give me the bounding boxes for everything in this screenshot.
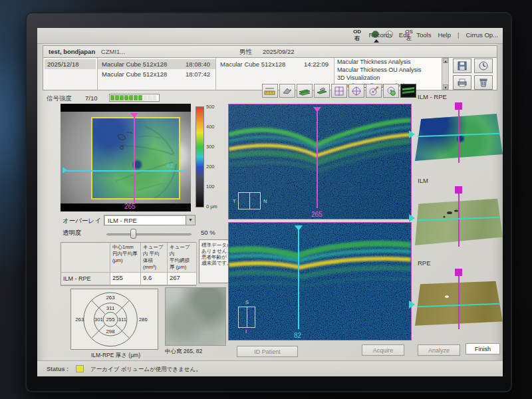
- acquire-button[interactable]: Acquire: [362, 344, 404, 356]
- analyze-button[interactable]: Analyze: [418, 344, 460, 356]
- etdrs-outer-left: 263: [75, 317, 84, 323]
- orientation-center-line: [249, 193, 250, 209]
- bscan-vertical-slice-value: 82: [294, 332, 301, 339]
- fundus-vertical-cursor[interactable]: [134, 113, 135, 203]
- print-button[interactable]: [453, 75, 471, 90]
- target-ring-tool-button[interactable]: [383, 84, 399, 98]
- slab-layers-icon: [299, 86, 311, 96]
- history-button[interactable]: [474, 59, 493, 73]
- analysis-item-3d-visualization[interactable]: 3D Visualization: [334, 74, 448, 82]
- map-cursor-handle[interactable]: [455, 186, 462, 194]
- eye-selector-od[interactable]: OD 右: [350, 29, 364, 43]
- patient-bar: test, bondjapan CZMI1... 男性 2025/09/22: [43, 45, 497, 57]
- target-arrow-tool-button[interactable]: [366, 84, 382, 98]
- etdrs-inner-bottom: 298: [106, 329, 116, 334]
- slab-layers-tool-button[interactable]: [297, 84, 313, 98]
- slab-extract-tool-button[interactable]: [314, 84, 330, 98]
- status-warning-indicator: [76, 365, 84, 372]
- fundus-vertical-slice-value: 265: [124, 203, 136, 210]
- exam-name: Macular Cube 512x128: [102, 70, 167, 78]
- opacity-label: 透明度: [63, 229, 82, 237]
- save-button[interactable]: [453, 59, 471, 73]
- bscan-cursor-line[interactable]: [317, 108, 318, 208]
- exam-name: Macular Cube 512x128: [220, 61, 285, 68]
- analysis-scrollbar[interactable]: ▲ ▼: [442, 58, 448, 90]
- exam-date[interactable]: 2025/12/18: [45, 59, 96, 69]
- trash-icon: [478, 77, 489, 88]
- etdrs-inner-left: 301: [94, 317, 103, 323]
- analysis-item-macular-thickness[interactable]: Macular Thickness Analysis: [334, 58, 448, 66]
- map-left-arrow-icon[interactable]: [409, 130, 415, 138]
- grid-crosshair-tool-button[interactable]: [331, 84, 347, 98]
- exam-item-selected[interactable]: Macular Cube 512x128 18:08:40: [98, 59, 215, 69]
- map-vertical-cursor[interactable]: [458, 110, 460, 163]
- table-value-volume: 9.6: [141, 273, 168, 285]
- id-patient-button[interactable]: ID Patient: [237, 346, 298, 357]
- fundus-thickness-panel[interactable]: 82 265: [61, 104, 191, 211]
- menu-cirrus-op[interactable]: Cirrus Op...: [466, 31, 498, 39]
- patient-device-id: CZMI1...: [101, 48, 125, 55]
- thickness-map-tool-button[interactable]: [400, 84, 416, 98]
- exam-item[interactable]: Macular Cube 512x128 14:22:09: [216, 59, 334, 69]
- 3d-view-tool-button[interactable]: [279, 84, 295, 98]
- signal-segment: [110, 95, 114, 100]
- scroll-up-icon[interactable]: ▲: [443, 58, 448, 63]
- slab-extract-icon: [316, 86, 328, 96]
- map-vertical-cursor[interactable]: [458, 194, 460, 247]
- overlay-selected-value: ILM - RPE: [108, 217, 137, 224]
- map-label-rpe: RPE: [418, 259, 431, 267]
- fundus-horizontal-slice-value: 82: [167, 162, 174, 169]
- status-label: Status :: [47, 366, 68, 372]
- signal-strength-value: 7/10: [85, 94, 98, 102]
- overlay-dropdown[interactable]: ILM - RPE ▼: [104, 215, 196, 225]
- circle-crosshair-tool-button[interactable]: [348, 84, 364, 98]
- finish-button[interactable]: Finish: [466, 343, 500, 354]
- etdrs-outer-right: 286: [139, 317, 148, 323]
- surface-map-rpe[interactable]: [415, 269, 503, 332]
- map-vertical-cursor[interactable]: [458, 276, 460, 329]
- scroll-down-icon[interactable]: ▼: [443, 84, 448, 90]
- opacity-slider-track[interactable]: [106, 233, 192, 235]
- signal-segment: [138, 95, 142, 100]
- map-cursor-handle[interactable]: [455, 269, 462, 276]
- ruler-tool-button[interactable]: [262, 84, 278, 98]
- map-left-arrow-icon[interactable]: [409, 301, 415, 309]
- exam-date-column: 2025/12/18: [43, 58, 98, 90]
- fundus-horizontal-cursor[interactable]: [66, 170, 186, 172]
- bscan-vertical-image: [229, 223, 411, 340]
- plane-3d-icon: [281, 86, 293, 96]
- surface-map-ilm[interactable]: [415, 186, 503, 250]
- oct-app-window: OD 右 OS 左 RecordsEditToolsHelp|Cirrus Op…: [37, 28, 503, 376]
- bscan-cursor-handle-icon[interactable]: [295, 225, 303, 231]
- fovea-caption: 中心窩 265, 82: [165, 348, 231, 356]
- exam-item[interactable]: Macular Cube 512x128 18:07:42: [98, 69, 215, 79]
- map-cursor-handle[interactable]: [455, 102, 462, 110]
- opacity-slider-thumb[interactable]: [130, 229, 136, 239]
- map-left-arrow-icon[interactable]: [409, 214, 415, 222]
- fundus-vertical-cursor-handle-icon[interactable]: [130, 113, 138, 118]
- delete-button[interactable]: [474, 75, 493, 90]
- bscan-cursor-handle-icon[interactable]: [313, 107, 321, 112]
- signal-segment: [143, 95, 147, 100]
- menu-records[interactable]: Records: [368, 31, 392, 39]
- patient-birth-date: 2025/09/22: [263, 46, 295, 57]
- dropdown-arrow-icon[interactable]: ▼: [186, 215, 195, 225]
- etdrs-grid-panel: 263 311 263 301 255 311 286 298: [70, 289, 158, 350]
- surface-map-ilm-rpe[interactable]: [415, 102, 503, 166]
- bscan-horizontal-panel[interactable]: 265 T N: [228, 104, 412, 219]
- enface-thumbnail[interactable]: [165, 287, 226, 346]
- table-row-label: ILM - RPE: [61, 273, 110, 285]
- bscan-vertical-panel[interactable]: 82 S I: [228, 222, 412, 340]
- table-corner: [61, 243, 110, 273]
- menu-tools[interactable]: Tools: [416, 31, 431, 39]
- analysis-item-macular-thickness-ou[interactable]: Macular Thickness OU Analysis: [334, 66, 448, 74]
- map-label-ilm-rpe: ILM - RPE: [418, 93, 447, 100]
- orientation-indicator: [238, 192, 261, 209]
- orientation-indicator: [238, 307, 255, 328]
- menu-help[interactable]: Help: [438, 31, 451, 39]
- etdrs-inner-top: 311: [106, 305, 115, 311]
- fundus-horizontal-cursor-handle-icon[interactable]: [63, 167, 67, 174]
- menu-edit[interactable]: Edit: [399, 31, 410, 39]
- thickness-overlay-box[interactable]: [91, 117, 180, 200]
- bscan-cursor-line[interactable]: [298, 227, 299, 329]
